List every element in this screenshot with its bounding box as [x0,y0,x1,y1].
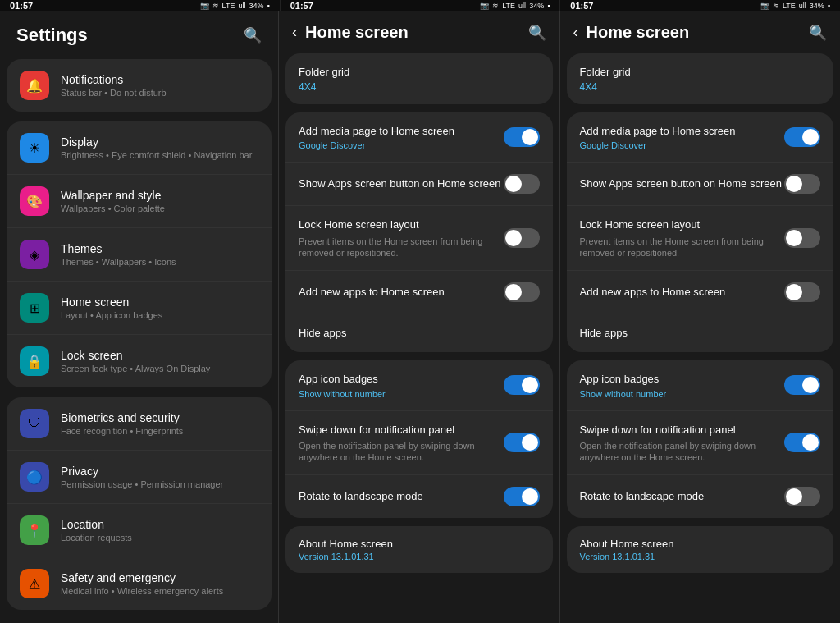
home-label: Home screen [61,295,162,309]
home-row-swipe-left[interactable]: Swipe down for notification panel Open t… [285,411,553,476]
home-header-left: ‹ Home screen 🔍 [279,11,559,50]
settings-list: 🔔 Notifications Status bar • Do not dist… [0,56,278,623]
new-apps-toggle-left[interactable] [504,282,540,302]
apps-label-left: Show Apps screen button on Home screen [299,176,504,191]
home-row-hide-right[interactable]: Hide apps [567,314,834,352]
time-right: 01:57 [570,1,593,11]
badges-toggle-left[interactable] [504,375,540,395]
back-button-right[interactable]: ‹ [573,24,578,41]
apps-toggle-right[interactable] [784,174,820,194]
media-sub-right: Google Discover [580,140,785,150]
time-left: 01:57 [10,1,33,11]
settings-item-privacy[interactable]: 🔵 Privacy Permission usage • Permission … [7,451,272,504]
settings-item-notifications[interactable]: 🔔 Notifications Status bar • Do not dist… [7,59,272,112]
about-card-left: About Home screen Version 13.1.01.31 [285,526,553,573]
folder-grid-label-left: Folder grid [299,65,540,80]
lock-layout-toggle-right[interactable] [784,228,820,248]
settings-item-location[interactable]: 📍 Location Location requests [7,504,272,557]
home-row-rotate-right[interactable]: Rotate to landscape mode [567,475,834,518]
home-badges-card-right: App icon badges Show without number Swip… [567,360,834,518]
folder-grid-row-left[interactable]: Folder grid 4X4 [285,53,553,104]
settings-item-biometrics[interactable]: 🛡 Biometrics and security Face recogniti… [7,397,272,451]
folder-grid-row-right[interactable]: Folder grid 4X4 [567,53,834,104]
swipe-toggle-right[interactable] [784,433,820,452]
notifications-sub: Status bar • Do not disturb [61,88,167,98]
home-sub: Layout • App icon badges [61,310,162,320]
status-bar-mid: 01:57 📷≋LTEull34%▪ [280,0,560,11]
settings-group-security: 🛡 Biometrics and security Face recogniti… [7,397,272,610]
home-row-apps-left[interactable]: Show Apps screen button on Home screen [285,163,553,206]
home-row-new-apps-right[interactable]: Add new apps to Home screen [567,271,834,314]
safety-label: Safety and emergency [61,571,223,584]
lock-sub: Screen lock type • Always On Display [61,364,210,373]
search-icon-left[interactable]: 🔍 [528,24,546,42]
apps-toggle-left[interactable] [504,174,540,194]
new-apps-label-left: Add new apps to Home screen [299,285,504,300]
status-bar-left: 01:57 📷≋LTEull34%▪ [0,0,280,11]
home-row-new-apps-left[interactable]: Add new apps to Home screen [285,271,553,314]
lock-layout-toggle-left[interactable] [504,228,540,248]
home-row-lock-layout-right[interactable]: Lock Home screen layout Prevent items on… [567,206,834,271]
settings-item-display[interactable]: ☀ Display Brightness • Eye comfort shiel… [7,121,272,175]
home-row-hide-left[interactable]: Hide apps [285,314,553,352]
home-row-media-left[interactable]: Add media page to Home screen Google Dis… [285,112,553,163]
badges-sub-right: Show without number [580,389,785,399]
lock-icon: 🔒 [20,346,49,376]
about-row-right[interactable]: About Home screen Version 13.1.01.31 [567,526,834,573]
lock-layout-label-right: Lock Home screen layout [580,218,785,232]
home-title-right: Home screen [587,23,810,42]
media-toggle-left[interactable] [504,127,540,147]
main-panels: Settings 🔍 🔔 Notifications Status bar • … [0,11,840,623]
status-icons-right: 📷≋LTEull34%▪ [760,2,830,10]
settings-panel: Settings 🔍 🔔 Notifications Status bar • … [0,11,279,623]
settings-header: Settings 🔍 [0,11,278,56]
about-row-left[interactable]: About Home screen Version 13.1.01.31 [285,526,553,573]
media-toggle-right[interactable] [784,127,820,147]
rotate-label-left: Rotate to landscape mode [299,489,504,504]
folder-grid-value-left: 4X4 [299,81,540,93]
swipe-label-right: Swipe down for notification panel [580,423,785,437]
settings-item-themes[interactable]: ◈ Themes Themes • Wallpapers • Icons [7,228,272,282]
time-mid: 01:57 [290,1,313,11]
safety-icon: ⚠ [20,569,49,598]
badges-toggle-right[interactable] [784,375,820,395]
home-row-badges-right[interactable]: App icon badges Show without number [567,360,834,410]
settings-item-safety[interactable]: ⚠ Safety and emergency Medical info • Wi… [7,557,272,610]
home-settings-card-left: Add media page to Home screen Google Dis… [285,112,553,352]
home-title-left: Home screen [305,23,528,42]
location-sub: Location requests [61,533,132,543]
home-row-media-right[interactable]: Add media page to Home screen Google Dis… [567,112,834,163]
rotate-label-right: Rotate to landscape mode [580,489,785,504]
search-icon-right[interactable]: 🔍 [809,24,827,42]
swipe-toggle-left[interactable] [504,433,540,452]
new-apps-toggle-right[interactable] [784,282,820,302]
lock-layout-label-left: Lock Home screen layout [299,218,504,232]
badges-label-left: App icon badges [299,372,504,387]
about-card-right: About Home screen Version 13.1.01.31 [567,526,834,573]
home-row-lock-layout-left[interactable]: Lock Home screen layout Prevent items on… [285,206,553,271]
settings-item-home[interactable]: ⊞ Home screen Layout • App icon badges [7,282,272,335]
about-label-right: About Home screen [580,538,821,550]
home-panel-left: ‹ Home screen 🔍 Folder grid 4X4 Add medi… [279,11,560,623]
home-row-apps-right[interactable]: Show Apps screen button on Home screen [567,163,834,206]
media-label-left: Add media page to Home screen [299,124,504,139]
notifications-icon: 🔔 [20,71,49,100]
home-row-rotate-left[interactable]: Rotate to landscape mode [285,475,553,518]
settings-item-lock[interactable]: 🔒 Lock screen Screen lock type • Always … [7,335,272,387]
home-header-right: ‹ Home screen 🔍 [560,11,841,50]
rotate-toggle-left[interactable] [504,487,540,506]
display-label: Display [61,135,252,149]
notifications-label: Notifications [61,73,167,86]
home-row-badges-left[interactable]: App icon badges Show without number [285,360,553,410]
home-badges-card-left: App icon badges Show without number Swip… [285,360,553,518]
badges-label-right: App icon badges [580,372,785,387]
back-button-left[interactable]: ‹ [292,24,297,41]
settings-item-wallpaper[interactable]: 🎨 Wallpaper and style Wallpapers • Color… [7,175,272,228]
hide-label-right: Hide apps [580,326,821,341]
media-label-right: Add media page to Home screen [580,124,785,139]
wallpaper-label: Wallpaper and style [61,189,165,202]
rotate-toggle-right[interactable] [784,487,820,506]
settings-search-icon[interactable]: 🔍 [244,26,262,44]
new-apps-label-right: Add new apps to Home screen [580,285,785,300]
home-row-swipe-right[interactable]: Swipe down for notification panel Open t… [567,411,834,476]
